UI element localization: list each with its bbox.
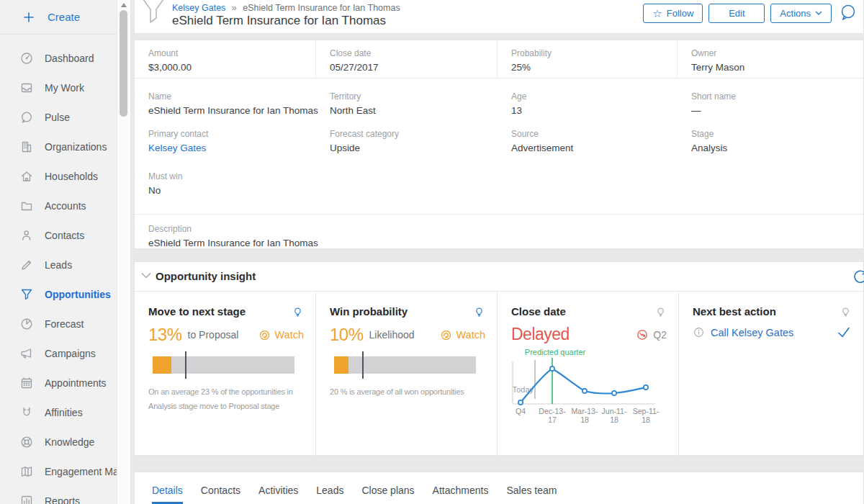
svg-text:18: 18 (642, 415, 650, 424)
plus-icon (22, 10, 36, 24)
field-value: — (691, 105, 858, 116)
sidebar-item-reports[interactable]: Reports (0, 486, 130, 504)
sidebar-item-accounts[interactable]: Accounts (0, 191, 130, 220)
edit-button[interactable]: Edit (708, 4, 765, 23)
win-percent: 10% (330, 325, 364, 345)
sidebar-item-label: Affinities (45, 407, 83, 418)
sidebar-item-my-work[interactable]: My Work (0, 73, 130, 102)
insight-cards: Move to next stage 13% to Proposal Watch… (135, 292, 863, 456)
sidebar-item-knowledge[interactable]: Knowledge (0, 427, 130, 456)
field-label: Source (511, 129, 672, 139)
collapse-chevron-icon[interactable] (141, 272, 151, 279)
bulb-icon[interactable] (840, 306, 852, 318)
bulb-icon[interactable] (292, 306, 304, 318)
sidebar-scrollbar[interactable] (117, 0, 130, 504)
field-label: Name (148, 91, 310, 102)
field-probability: Probability 25% (498, 40, 678, 78)
sidebar-item-label: Reports (45, 495, 80, 504)
chevron-down-icon (815, 11, 822, 15)
tab-leads[interactable]: Leads (316, 485, 343, 504)
tab-activities[interactable]: Activities (258, 485, 298, 504)
card-win-probability: Win probability 10% Likelihood Watch 20 … (316, 292, 498, 456)
sidebar-item-households[interactable]: Households (0, 161, 130, 191)
field-grid: Name eShield Term Insurance for Ian Thom… (135, 78, 863, 153)
watch-icon (440, 329, 452, 341)
sidebar-item-label: Households (45, 171, 98, 182)
sidebar-item-dashboard[interactable]: Dashboard (0, 43, 130, 73)
close-date-chart: Today Predicted quarter Q4 Dec-13- 17 (511, 348, 674, 426)
sidebar-item-forecast[interactable]: Forecast (0, 309, 130, 338)
tab-attachments[interactable]: Attachments (433, 485, 489, 504)
watch-icon (258, 329, 271, 341)
accept-check-icon[interactable] (837, 327, 850, 338)
sidebar-item-organizations[interactable]: Organizations (0, 132, 130, 161)
card-move-to-next-stage: Move to next stage 13% to Proposal Watch… (135, 292, 316, 456)
sidebar-item-icon (19, 435, 34, 449)
refresh-icon[interactable] (851, 269, 864, 286)
tab-contacts[interactable]: Contacts (201, 485, 240, 504)
sidebar-item-icon (19, 169, 34, 184)
breadcrumb-separator: » (232, 3, 237, 13)
field-name: Name eShield Term Insurance for Ian Thom… (135, 78, 316, 116)
sidebar-item-opportunities[interactable]: Opportunities (0, 279, 130, 309)
field-value: Upside (330, 143, 492, 153)
sidebar-item-icon (19, 405, 34, 420)
tab-close-plans[interactable]: Close plans (361, 485, 414, 504)
sidebar-item-label: Accounts (45, 200, 86, 212)
sidebar-item-campaigns[interactable]: Campaigns (0, 338, 130, 368)
sidebar-item-icon (19, 317, 34, 331)
predicted-quarter-label: Predicted quarter (525, 348, 586, 356)
sidebar-item-affinities[interactable]: Affinities (0, 397, 130, 427)
sidebar-item-icon (19, 228, 34, 243)
field-label: Owner (691, 48, 858, 58)
summary-field-row: Amount $3,000.00 Close date 05/27/2017 P… (135, 40, 863, 78)
field-territory: Territory North East (316, 78, 498, 116)
stage-suffix: to Proposal (188, 329, 239, 341)
follow-button[interactable]: ☆ Follow (643, 4, 703, 23)
sidebar-item-label: Campaigns (45, 348, 96, 359)
opportunity-insight-panel: Opportunity insight Move to next stage 1… (134, 261, 864, 456)
bulb-icon[interactable] (473, 306, 485, 318)
field-label: Stage (691, 129, 858, 139)
sidebar-item-icon (19, 287, 34, 302)
sidebar-item-appointments[interactable]: Appointments (0, 368, 130, 397)
create-button[interactable]: Create (0, 0, 130, 35)
delay-quarter: Q2 (636, 328, 667, 341)
record-header: Kelsey Gates » eShield Term Insurance fo… (134, 0, 864, 34)
actions-button[interactable]: Actions (770, 4, 832, 23)
tab-details[interactable]: Details (152, 485, 183, 504)
field-value[interactable]: Kelsey Gates (148, 143, 310, 153)
sidebar-item-icon (19, 258, 34, 272)
field-label: Primary contact (148, 129, 310, 139)
breadcrumb-parent-link[interactable]: Kelsey Gates (172, 3, 225, 13)
field-value: eShield Term Insurance for Ian Thomas (148, 238, 863, 248)
probability-line (521, 369, 646, 402)
average-marker (362, 351, 364, 379)
scrollbar-thumb[interactable] (120, 10, 127, 117)
average-marker (185, 351, 186, 379)
info-icon[interactable] (693, 326, 705, 338)
chat-bubble-icon[interactable] (839, 3, 858, 23)
tab-sales-team[interactable]: Sales team (506, 485, 557, 504)
progress-fill (334, 356, 348, 374)
sidebar-item-engagement-map[interactable]: Engagement Map (0, 456, 130, 486)
watch-button[interactable]: Watch (258, 329, 304, 341)
sidebar-item-contacts[interactable]: Contacts (0, 220, 130, 250)
scroll-up-arrow-icon[interactable] (121, 3, 127, 7)
sidebar: Create Dashboard My Work Pulse Organizat… (0, 0, 130, 504)
watch-button[interactable]: Watch (440, 329, 485, 341)
field-label: Age (511, 91, 672, 102)
card-title: Win probability (330, 305, 408, 318)
sidebar-item-pulse[interactable]: Pulse (0, 102, 130, 132)
field-label: Short name (691, 91, 858, 102)
field-label: Territory (330, 91, 492, 102)
sidebar-item-icon (19, 494, 34, 504)
svg-text:17: 17 (548, 415, 557, 424)
next-action-link[interactable]: Call Kelsey Gates (711, 327, 793, 338)
field-label: Amount (148, 48, 310, 58)
field-value: Advertisement (511, 143, 672, 153)
bulb-icon[interactable] (654, 306, 667, 318)
sidebar-item-leads[interactable]: Leads (0, 250, 130, 279)
card-caption: On an average 23 % of the opportunities … (148, 384, 311, 413)
sidebar-item-icon (19, 376, 34, 390)
